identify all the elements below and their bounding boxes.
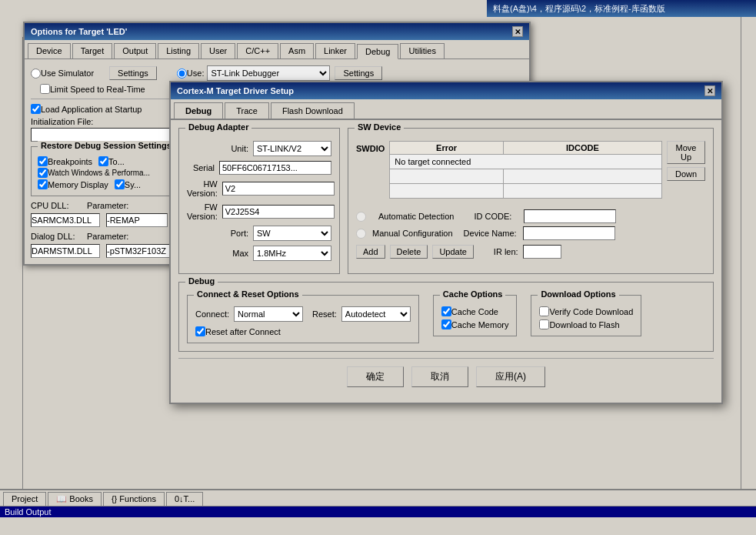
dialog-dll-input[interactable] [31,244,100,258]
sw-table-wrap: Error IDCODE No target connected [389,141,662,205]
id-code-input[interactable] [524,209,616,223]
reset-label: Reset: [312,309,337,319]
device-name-label: Device Name: [464,229,517,238]
options-tabs: Device Target Output Listing User C/C++ … [25,40,529,59]
options-titlebar: Options for Target 'LED' ✕ [25,23,529,40]
breakpoints-label: Breakpoints [48,157,92,166]
download-to-flash-label: Download to Flash [549,320,619,329]
sw-device-content: SWDIO Error IDCODE [356,141,705,259]
empty-cell-3 [390,184,503,199]
cache-memory-checkbox[interactable] [441,319,451,329]
ok-button[interactable]: 确定 [347,366,404,387]
move-up-button[interactable]: Move Up [667,141,705,164]
tab-user[interactable]: User [201,43,235,59]
use-debugger-radio[interactable] [177,69,187,79]
cortex-tab-debug[interactable]: Debug [174,102,223,119]
tab-output[interactable]: Output [114,43,156,59]
debugger-select[interactable]: ST-Link Debugger [207,65,330,81]
sy-label: Sy... [125,180,141,189]
connect-reset-label: Connect & Reset Options [194,289,302,299]
hw-version-row: HW Version: [187,179,331,198]
device-name-input[interactable] [523,226,615,240]
reset-after-connect-checkbox[interactable] [195,326,205,336]
swdio-label: SWDIO [356,144,385,153]
manual-config-radio[interactable] [356,229,366,239]
toolbox-checkbox[interactable] [98,156,108,166]
col-idcode: IDCODE [503,142,661,155]
verify-row: Verify Code Download [539,306,633,316]
serial-input[interactable] [219,161,331,175]
tab-listing[interactable]: Listing [158,43,199,59]
cache-code-checkbox[interactable] [441,306,451,316]
cortex-tabs: Debug Trace Flash Download [171,99,721,120]
debug-section-label: Debug [185,276,218,286]
use-simulator-radio[interactable] [31,69,41,79]
reset-after-connect-row: Reset after Connect [195,326,411,336]
dialog-param-input[interactable] [106,244,175,258]
update-button[interactable]: Update [432,245,473,259]
cpu-dll-input[interactable] [31,213,100,227]
col-error: Error [390,142,503,155]
cache-memory-row: Cache Memory [441,319,509,329]
sw-device-row: SWDIO Error IDCODE [356,141,662,205]
cancel-button[interactable]: 取消 [411,366,468,387]
verify-code-label: Verify Code Download [549,307,633,316]
max-select[interactable]: 1.8MHz 4MHz 8MHz [253,246,331,261]
cortex-tab-trace[interactable]: Trace [225,102,269,119]
cortex-close-button[interactable]: ✕ [704,85,715,96]
limit-speed-checkbox[interactable] [40,84,50,94]
max-label: Max [187,249,248,258]
auto-detect-radio[interactable] [356,212,366,222]
init-file-input[interactable] [31,128,177,142]
tab-functions[interactable]: {} Functions [103,492,165,506]
verify-code-checkbox[interactable] [539,306,549,316]
ir-len-input[interactable] [523,245,561,259]
tab-device[interactable]: Device [28,43,71,59]
unit-row: Unit: ST-LINK/V2 [187,141,331,156]
build-output-bar: Build Output [0,507,756,517]
ide-bottom-panel: Project 📖 Books {} Functions 0↓T... Buil… [0,489,756,535]
dialog-param-label: Parameter: [87,232,137,241]
cpu-param-label: Parameter: [87,201,137,210]
download-to-flash-checkbox[interactable] [539,319,549,329]
dialog-dll-label: Dialog DLL: [31,232,81,241]
connect-select[interactable]: Normal Under Reset Pre-Reset [234,306,303,322]
settings-button-2[interactable]: Settings [335,66,382,80]
delete-button[interactable]: Delete [390,245,428,259]
load-app-checkbox[interactable] [31,104,41,114]
download-flash-row: Download to Flash [539,319,633,329]
tab-asm[interactable]: Asm [280,43,314,59]
port-select[interactable]: SW JTAG [253,226,331,241]
fw-version-input[interactable] [222,205,335,219]
unit-label: Unit: [187,144,248,153]
tab-debug[interactable]: Debug [357,44,398,59]
cpu-param-input[interactable] [106,213,168,227]
tab-project[interactable]: Project [3,492,46,506]
add-button[interactable]: Add [356,245,385,259]
sy-checkbox[interactable] [115,179,125,189]
port-row: Port: SW JTAG [187,226,331,241]
cache-memory-label: Cache Memory [451,320,509,329]
move-down-button[interactable]: Down [667,167,705,181]
reset-select[interactable]: Autodetect Software Hardware [341,306,411,322]
manual-config-label: Manual Configuration [372,229,453,238]
tab-linker[interactable]: Linker [315,43,355,59]
options-close-button[interactable]: ✕ [512,26,523,37]
tab-templates[interactable]: 0↓T... [166,492,203,506]
unit-select[interactable]: ST-LINK/V2 [253,141,331,156]
hw-version-input[interactable] [222,182,335,196]
limit-speed-label: Limit Speed to Real-Time [50,85,145,94]
memory-display-checkbox[interactable] [38,179,48,189]
tab-utilities[interactable]: Utilities [400,43,444,59]
id-code-label: ID CODE: [474,212,511,221]
cortex-tab-flash[interactable]: Flash Download [271,102,355,119]
ir-len-label: IR len: [494,247,518,256]
watch-windows-checkbox[interactable] [38,168,48,178]
tab-target[interactable]: Target [72,43,113,59]
tab-cpp[interactable]: C/C++ [237,43,278,59]
apply-button[interactable]: 应用(A) [476,366,545,387]
breakpoints-checkbox[interactable] [38,156,48,166]
settings-button-1[interactable]: Settings [109,66,157,80]
tab-books[interactable]: 📖 Books [48,492,102,506]
add-delete-row: Add Delete Update IR len: [356,245,662,259]
